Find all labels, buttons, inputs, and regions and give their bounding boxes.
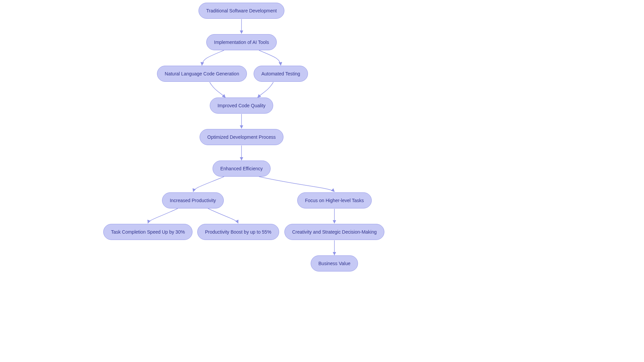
node-improved-code-quality: Improved Code Quality [210,98,273,114]
node-creativity-strategic-decision: Creativity and Strategic Decision-Making [284,224,384,240]
node-productivity-boost: Productivity Boost by up to 55% [197,224,279,240]
node-traditional-software-development: Traditional Software Development [199,3,284,19]
edge-n7-n9 [259,177,334,192]
edge-n2-n4 [259,50,281,65]
node-optimized-development-process: Optimized Development Process [200,129,283,145]
edge-n3-n5 [210,82,225,98]
node-natural-language-code-generation: Natural Language Code Generation [157,66,247,82]
node-implementation-of-ai-tools: Implementation of AI Tools [206,34,277,50]
flowchart-diagram: Traditional Software Development Impleme… [0,0,644,362]
edge-n2-n3 [202,50,224,65]
node-enhanced-efficiency: Enhanced Efficiency [213,161,271,177]
edge-n8-n10 [148,208,178,223]
edge-n7-n8 [193,177,224,192]
node-increased-productivity: Increased Productivity [162,192,224,208]
node-task-completion-speed: Task Completion Speed Up by 30% [103,224,193,240]
node-business-value: Business Value [311,255,358,272]
node-focus-on-higher-level-tasks: Focus on Higher-level Tasks [297,192,372,208]
edge-n4-n5 [258,82,273,98]
edges-layer [0,0,644,362]
edge-n8-n11 [208,208,238,223]
node-automated-testing: Automated Testing [254,66,308,82]
